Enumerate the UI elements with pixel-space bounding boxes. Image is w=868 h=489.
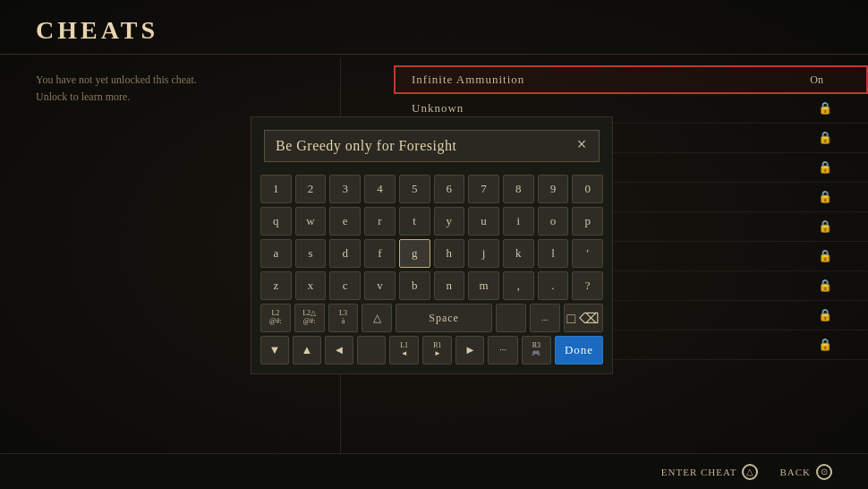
key-z[interactable]: z xyxy=(260,271,292,300)
key-j[interactable]: j xyxy=(468,239,499,268)
cheat-status: On xyxy=(810,73,823,87)
lock-icon: 🔒 xyxy=(818,308,832,322)
key-9[interactable]: 9 xyxy=(538,175,569,203)
lock-icon: 🔒 xyxy=(818,101,832,116)
key-apostrophe[interactable]: ' xyxy=(572,239,603,268)
bottom-bar: Enter Cheat △ Back ⊙ xyxy=(0,453,868,489)
lock-icon: 🔒 xyxy=(818,279,832,293)
key-x[interactable]: x xyxy=(295,271,327,300)
cheat-name: Unknown xyxy=(412,101,464,116)
row-zxcv: z x c v b n m , . ? xyxy=(260,271,603,300)
key-g[interactable]: g xyxy=(399,239,430,268)
key-p[interactable]: p xyxy=(572,207,603,236)
keyboard-modal: × 1 2 3 4 5 6 7 8 9 0 q w e r t y u i o … xyxy=(251,116,613,374)
space-key[interactable]: Space xyxy=(396,304,492,332)
header: CHEATS xyxy=(0,0,868,55)
key-3[interactable]: 3 xyxy=(329,175,361,203)
enter-cheat-label: Enter Cheat xyxy=(661,467,737,477)
key-7[interactable]: 7 xyxy=(468,175,499,203)
back-label: Back xyxy=(779,467,811,477)
key-y[interactable]: y xyxy=(434,207,465,236)
key-o[interactable]: o xyxy=(538,207,569,236)
key-comma[interactable]: , xyxy=(503,271,534,300)
key-q[interactable]: q xyxy=(260,207,292,236)
key-u[interactable]: u xyxy=(468,207,499,236)
left-panel: You have not yet unlocked this cheat.Unl… xyxy=(36,58,340,119)
lock-icon: 🔒 xyxy=(818,249,832,263)
key-l1[interactable]: L1◄ xyxy=(389,336,419,365)
ctrl-row: L2@#: L2△@#: L3à △ Space ... □ ⌫ xyxy=(260,304,603,332)
key-e[interactable]: e xyxy=(329,207,361,236)
number-row: 1 2 3 4 5 6 7 8 9 0 xyxy=(260,175,603,203)
lock-icon: 🔒 xyxy=(818,160,832,175)
key-triangle[interactable]: △ xyxy=(362,304,392,332)
key-5[interactable]: 5 xyxy=(399,175,430,203)
keyboard-keys: 1 2 3 4 5 6 7 8 9 0 q w e r t y u i o p … xyxy=(251,171,612,373)
key-c[interactable]: c xyxy=(329,271,361,300)
page-title: CHEATS xyxy=(36,16,158,44)
key-r1[interactable]: R1► xyxy=(422,336,452,365)
key-6[interactable]: 6 xyxy=(434,175,465,203)
key-d[interactable]: d xyxy=(329,239,361,268)
key-8[interactable]: 8 xyxy=(503,175,534,203)
back-action[interactable]: Back ⊙ xyxy=(779,464,832,480)
key-t[interactable]: t xyxy=(399,207,430,236)
key-period[interactable]: . xyxy=(538,271,569,300)
row-qwerty: q w e r t y u i o p xyxy=(260,207,603,236)
key-1[interactable]: 1 xyxy=(260,175,292,203)
key-up[interactable]: ▲ xyxy=(293,336,321,365)
cheat-item-active[interactable]: Infinite Ammunition On xyxy=(394,65,868,94)
key-s[interactable]: s xyxy=(295,239,327,268)
enter-cheat-action[interactable]: Enter Cheat △ xyxy=(661,464,759,480)
key-r3[interactable]: R3🎮 xyxy=(522,336,551,365)
key-w[interactable]: w xyxy=(295,207,327,236)
cheat-input[interactable] xyxy=(264,130,600,162)
key-r[interactable]: r xyxy=(364,207,396,236)
key-question[interactable]: ? xyxy=(572,271,603,300)
unlock-text: You have not yet unlocked this cheat.Unl… xyxy=(36,72,340,106)
cheat-name: Infinite Ammunition xyxy=(412,73,524,87)
nav-row: ▼ ▲ ◄ L1◄ R1► ► ··· R3🎮 Done xyxy=(260,336,603,365)
key-f[interactable]: f xyxy=(364,239,396,268)
lock-icon: 🔒 xyxy=(818,131,832,145)
key-a[interactable]: a xyxy=(260,239,292,268)
key-empty xyxy=(496,304,526,332)
key-i[interactable]: i xyxy=(503,207,534,236)
enter-cheat-btn: △ xyxy=(742,464,758,480)
key-l3-accent[interactable]: L3à xyxy=(328,304,359,332)
key-b[interactable]: b xyxy=(399,271,430,300)
key-dots2[interactable]: ··· xyxy=(488,336,517,365)
key-n[interactable]: n xyxy=(434,271,465,300)
key-down[interactable]: ▼ xyxy=(260,336,289,365)
backspace-key[interactable]: □ ⌫ xyxy=(564,304,603,332)
key-v[interactable]: v xyxy=(364,271,396,300)
key-h[interactable]: h xyxy=(434,239,465,268)
key-left-arrow[interactable]: ◄ xyxy=(325,336,353,365)
lock-icon: 🔒 xyxy=(818,338,832,352)
key-0[interactable]: 0 xyxy=(572,175,603,203)
key-empty2 xyxy=(357,336,386,365)
key-l[interactable]: l xyxy=(538,239,569,268)
done-key[interactable]: Done xyxy=(555,336,603,365)
key-m[interactable]: m xyxy=(468,271,499,300)
lock-icon: 🔒 xyxy=(818,190,832,204)
lock-icon: 🔒 xyxy=(818,219,832,234)
back-btn: ⊙ xyxy=(816,464,832,480)
key-k[interactable]: k xyxy=(503,239,534,268)
key-4[interactable]: 4 xyxy=(364,175,396,203)
key-l2-tri[interactable]: L2△@#: xyxy=(294,304,325,332)
key-2[interactable]: 2 xyxy=(295,175,327,203)
close-button[interactable]: × xyxy=(571,133,592,155)
key-l2-symbols[interactable]: L2@#: xyxy=(260,304,291,332)
keyboard-input-row: × xyxy=(251,117,612,171)
key-dots[interactable]: ... xyxy=(530,304,560,332)
key-right-play[interactable]: ► xyxy=(455,336,484,365)
row-asdf: a s d f g h j k l ' xyxy=(260,239,603,268)
